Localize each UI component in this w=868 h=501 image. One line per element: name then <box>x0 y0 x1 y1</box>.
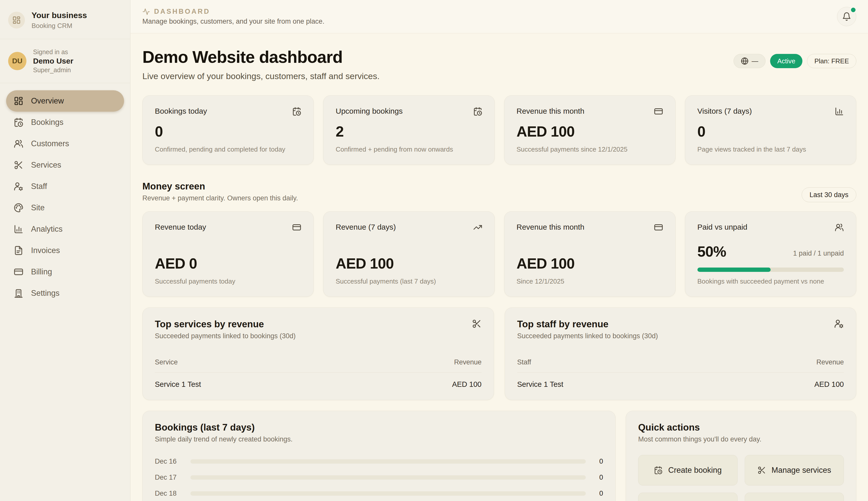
table-row: Service 1 Test AED 100 <box>155 373 481 388</box>
brand-logo <box>8 12 25 29</box>
money-card-revenue-this-month: Revenue this month AED 100 Since 12/1/20… <box>504 211 675 297</box>
chart-row: Dec 16 0 <box>155 458 603 466</box>
manage-services-button[interactable]: Manage services <box>745 455 844 486</box>
top-header: DASHBOARD Manage bookings, customers, an… <box>130 0 868 33</box>
users-icon <box>14 139 23 149</box>
chart-subtitle: Simple daily trend of newly created book… <box>155 435 603 443</box>
page-eyebrow: DASHBOARD <box>154 8 210 15</box>
user-gear-icon <box>834 319 844 329</box>
sidebar-item-label: Services <box>31 160 61 170</box>
sidebar-item-staff[interactable]: Staff <box>6 176 124 197</box>
sidebar-item-billing[interactable]: Billing <box>6 261 124 283</box>
chart-row: Dec 18 0 <box>155 490 603 498</box>
sidebar-item-bookings[interactable]: Bookings <box>6 111 124 133</box>
card-value: AED 100 <box>336 255 482 272</box>
paid-progress-fill <box>697 268 771 272</box>
paid-unpaid-detail: 1 paid / 1 unpaid <box>793 249 844 260</box>
sidebar-item-overview[interactable]: Overview <box>6 90 124 111</box>
money-card-revenue-7-days: Revenue (7 days) AED 100 Successful paym… <box>323 211 495 297</box>
brand: Your business Booking CRM <box>0 0 130 39</box>
create-booking-button[interactable]: Create booking <box>638 455 738 486</box>
sidebar-item-site[interactable]: Site <box>6 197 124 218</box>
sidebar-item-services[interactable]: Services <box>6 154 124 176</box>
users-icon <box>835 223 844 232</box>
signed-in-as-label: Signed in as <box>33 48 73 56</box>
dashboard-grid-icon <box>12 16 21 24</box>
sidebar-item-label: Bookings <box>31 118 64 127</box>
booking-crm-dashboard: Your business Booking CRM DU Signed in a… <box>0 0 868 501</box>
stat-card-bookings-today: Bookings today 0 Confirmed, pending and … <box>142 95 314 165</box>
file-text-icon <box>14 246 23 255</box>
globe-icon <box>741 57 749 65</box>
card-caption: Page views tracked in the last 7 days <box>697 146 844 153</box>
calendar-clock-icon <box>473 107 482 116</box>
money-card-revenue-today: Revenue today AED 0 Successful payments … <box>142 211 314 297</box>
sidebar-item-invoices[interactable]: Invoices <box>6 240 124 261</box>
scissors-icon <box>14 160 23 170</box>
scissors-icon <box>757 466 766 475</box>
user-role: Super_admin <box>33 66 73 74</box>
bar-chart-icon <box>835 107 844 116</box>
card-caption: Confirmed, pending and completed for tod… <box>155 146 301 153</box>
chart-title: Bookings (last 7 days) <box>155 422 603 433</box>
site-status-pill[interactable]: — <box>734 54 766 68</box>
card-caption: Successful payments (last 7 days) <box>336 277 482 285</box>
card-value: AED 100 <box>517 255 663 272</box>
manage-staff-button[interactable]: Manage staff <box>638 493 738 501</box>
chart-value-label: 0 <box>595 473 603 481</box>
trending-up-icon <box>473 223 482 232</box>
credit-card-icon <box>14 267 23 277</box>
money-section-title: Money screen <box>142 181 298 192</box>
chart-category-label: Dec 16 <box>155 458 185 466</box>
avatar: DU <box>8 52 26 70</box>
quick-actions-card: Quick actions Most common things you'll … <box>626 411 856 501</box>
card-title: Top services by revenue <box>155 319 296 330</box>
building-icon <box>14 288 23 298</box>
customize-site-button[interactable]: Customize site <box>745 493 844 501</box>
card-title: Visitors (7 days) <box>697 107 752 116</box>
plan-badge: Plan: FREE <box>807 54 856 68</box>
chart-value-label: 0 <box>595 490 603 498</box>
calendar-clock-icon <box>14 117 23 127</box>
top-staff-card: Top staff by revenue Succeeded payments … <box>505 308 856 400</box>
sidebar-item-analytics[interactable]: Analytics <box>6 218 124 240</box>
brand-title: Your business <box>32 10 87 20</box>
notification-dot <box>850 7 857 13</box>
chart-category-label: Dec 17 <box>155 473 185 481</box>
sidebar-item-label: Invoices <box>31 246 60 255</box>
sidebar: Your business Booking CRM DU Signed in a… <box>0 0 130 501</box>
quick-actions-subtitle: Most common things you'll do every day. <box>638 435 844 443</box>
user-gear-icon <box>14 182 23 191</box>
sidebar-item-label: Analytics <box>31 225 63 234</box>
paid-percent-value: 50% <box>697 243 726 260</box>
credit-card-icon <box>292 223 301 232</box>
brand-subtitle: Booking CRM <box>32 22 87 30</box>
money-section-subtitle: Revenue + payment clarity. Owners open t… <box>142 194 298 202</box>
sidebar-item-customers[interactable]: Customers <box>6 133 124 154</box>
card-caption: Successful payments today <box>155 277 301 285</box>
card-value: AED 0 <box>155 255 301 272</box>
sidebar-item-label: Customers <box>31 139 69 148</box>
table-col-staff: Staff <box>517 358 531 366</box>
card-subtitle: Succeeded payments linked to bookings (3… <box>155 332 296 340</box>
button-label: Manage services <box>772 466 831 475</box>
user-box: DU Signed in as Demo User Super_admin <box>0 39 130 83</box>
bar-chart-icon <box>14 224 23 234</box>
chart-category-label: Dec 18 <box>155 490 185 498</box>
dashboard-grid-icon <box>14 96 23 106</box>
money-card-paid-vs-unpaid: Paid vs unpaid 50% 1 paid / 1 unpaid Boo… <box>685 211 856 297</box>
sidebar-nav: Overview Bookings Customers Services <box>0 83 130 311</box>
quick-actions-title: Quick actions <box>638 422 844 433</box>
stat-card-upcoming-bookings: Upcoming bookings 2 Confirmed + pending … <box>323 95 495 165</box>
notifications-button[interactable] <box>837 7 856 26</box>
credit-card-icon <box>654 223 663 232</box>
sidebar-item-settings[interactable]: Settings <box>6 283 124 304</box>
service-name: Service 1 Test <box>155 380 201 388</box>
calendar-clock-icon <box>292 107 301 116</box>
site-status-dash: — <box>751 57 758 65</box>
chart-value-label: 0 <box>595 458 603 466</box>
top-services-card: Top services by revenue Succeeded paymen… <box>142 308 494 400</box>
date-range-button[interactable]: Last 30 days <box>802 188 856 202</box>
sidebar-item-label: Site <box>31 203 44 212</box>
card-value: 2 <box>336 123 482 140</box>
